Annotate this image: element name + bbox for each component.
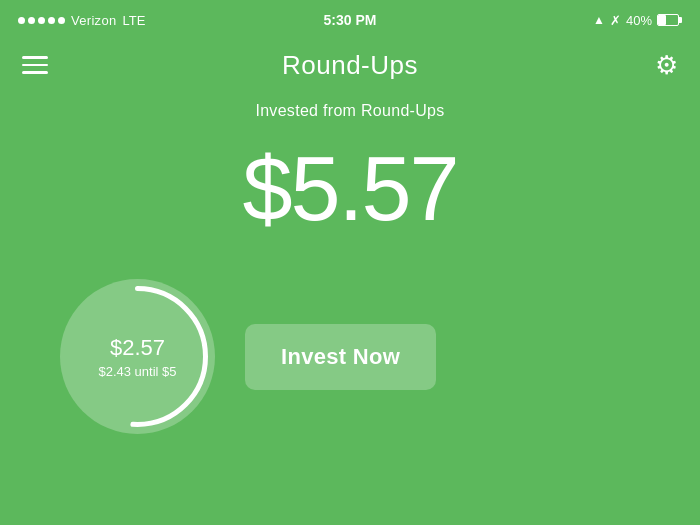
round-up-amount: $2.57 — [98, 335, 176, 361]
hamburger-line-3 — [22, 71, 48, 74]
circle-inner-content: $2.57 $2.43 until $5 — [98, 335, 176, 379]
hamburger-line-1 — [22, 56, 48, 59]
hamburger-menu-icon[interactable] — [22, 56, 48, 74]
signal-dot-5 — [58, 17, 65, 24]
status-right: ▲ ✗ 40% — [593, 13, 682, 28]
status-bar: Verizon LTE 5:30 PM ▲ ✗ 40% — [0, 0, 700, 36]
status-time: 5:30 PM — [324, 12, 377, 28]
bluetooth-icon: ✗ — [610, 13, 621, 28]
invest-now-button[interactable]: Invest Now — [245, 324, 436, 390]
carrier-name: Verizon — [71, 13, 116, 28]
signal-dot-1 — [18, 17, 25, 24]
round-up-circle: $2.57 $2.43 until $5 — [60, 279, 215, 434]
hamburger-line-2 — [22, 64, 48, 67]
round-up-until-next: $2.43 until $5 — [98, 364, 176, 379]
page-title: Round-Ups — [282, 50, 418, 81]
battery-percent: 40% — [626, 13, 652, 28]
bottom-section: $2.57 $2.43 until $5 Invest Now — [0, 249, 700, 434]
signal-dot-2 — [28, 17, 35, 24]
main-invested-amount: $5.57 — [0, 140, 700, 239]
signal-dot-3 — [38, 17, 45, 24]
nav-bar: Round-Ups ⚙ — [0, 36, 700, 92]
invested-subtitle: Invested from Round-Ups — [0, 102, 700, 120]
location-icon: ▲ — [593, 13, 605, 27]
settings-icon[interactable]: ⚙ — [655, 52, 678, 78]
status-left: Verizon LTE — [18, 13, 145, 28]
signal-dots — [18, 17, 65, 24]
battery-icon — [657, 14, 682, 26]
network-type: LTE — [122, 13, 145, 28]
signal-dot-4 — [48, 17, 55, 24]
